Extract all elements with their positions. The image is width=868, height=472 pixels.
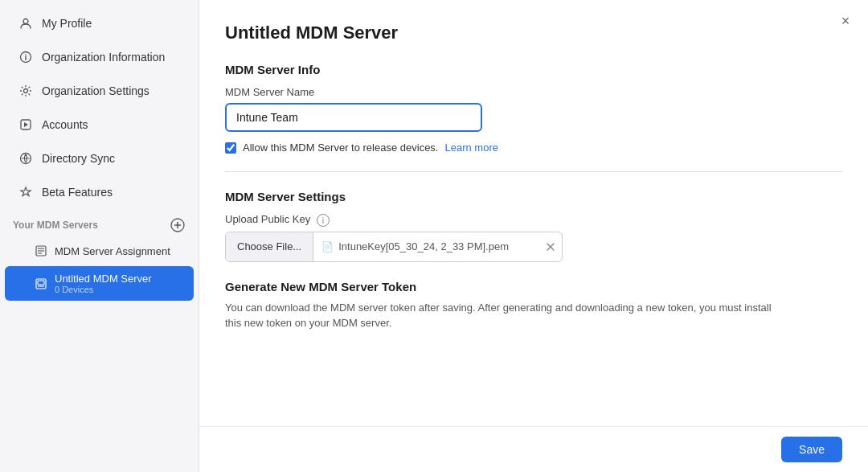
info-icon-upload[interactable]: i xyxy=(317,214,330,227)
file-name-text: IntuneKey[05_30_24, 2_33 PM].pem xyxy=(338,240,509,252)
sidebar-item-org-settings[interactable]: Organization Settings xyxy=(5,75,194,107)
sidebar-item-beta[interactable]: Beta Features xyxy=(5,176,194,208)
file-doc-icon: 📄 xyxy=(321,241,334,252)
sidebar: My Profile Organization Information Orga… xyxy=(0,0,199,472)
sidebar-item-mdm-assignment[interactable]: MDM Server Assignment xyxy=(5,237,194,265)
untitled-mdm-label-wrap: Untitled MDM Server 0 Devices xyxy=(55,273,152,294)
settings-icon xyxy=(18,83,34,99)
mdm-section-header: Your MDM Servers xyxy=(0,209,199,236)
sidebar-item-untitled-mdm[interactable]: Untitled MDM Server 0 Devices xyxy=(5,266,194,301)
allow-release-checkbox[interactable] xyxy=(225,142,236,154)
section-divider xyxy=(225,171,842,172)
sidebar-item-org-info[interactable]: Organization Information xyxy=(5,41,194,73)
svg-rect-16 xyxy=(38,281,44,285)
svg-marker-6 xyxy=(24,122,28,127)
save-button[interactable]: Save xyxy=(781,437,842,462)
mdm-name-input[interactable] xyxy=(225,103,482,132)
generate-title: Generate New MDM Server Token xyxy=(225,280,842,293)
accounts-icon xyxy=(18,117,34,133)
content-body: Untitled MDM Server MDM Server Info MDM … xyxy=(199,0,868,426)
file-clear-button[interactable] xyxy=(539,232,562,261)
svg-point-4 xyxy=(24,89,28,93)
sidebar-item-label: Organization Settings xyxy=(42,84,149,97)
close-icon: × xyxy=(841,13,850,30)
sidebar-item-label: Accounts xyxy=(42,118,88,131)
file-upload-row: Choose File... 📄 IntuneKey[05_30_24, 2_3… xyxy=(225,232,563,262)
mdm-settings-title: MDM Server Settings xyxy=(225,190,842,203)
page-title: Untitled MDM Server xyxy=(225,23,842,43)
sidebar-item-directory-sync[interactable]: Directory Sync xyxy=(5,142,194,174)
sidebar-item-label: My Profile xyxy=(42,17,92,30)
sidebar-item-label: Beta Features xyxy=(42,186,113,199)
sidebar-item-label: Organization Information xyxy=(42,51,165,64)
mdm-assignment-label: MDM Server Assignment xyxy=(55,245,170,257)
learn-more-link[interactable]: Learn more xyxy=(444,142,497,154)
info-icon xyxy=(18,49,34,65)
close-button[interactable]: × xyxy=(836,11,855,31)
mdm-info-section: MDM Server Info MDM Server Name Allow th… xyxy=(225,63,842,154)
profile-icon xyxy=(18,15,34,31)
mdm-settings-section: MDM Server Settings Upload Public Key i … xyxy=(225,190,842,331)
directory-icon xyxy=(18,150,34,166)
generate-desc: You can download the MDM server token af… xyxy=(225,300,788,331)
beta-icon xyxy=(18,184,34,200)
mdm-section-title: Your MDM Servers xyxy=(13,220,98,231)
sidebar-item-accounts[interactable]: Accounts xyxy=(5,109,194,141)
mdm-assignment-icon xyxy=(34,244,48,258)
untitled-mdm-icon xyxy=(34,277,48,291)
add-mdm-button[interactable] xyxy=(170,217,186,233)
main-panel: × Untitled MDM Server MDM Server Info MD… xyxy=(199,0,868,472)
svg-point-0 xyxy=(23,19,28,24)
upload-key-label: Upload Public Key i xyxy=(225,213,842,227)
allow-release-label: Allow this MDM Server to release devices… xyxy=(243,142,438,154)
generate-token-section: Generate New MDM Server Token You can do… xyxy=(225,280,842,331)
name-field-label: MDM Server Name xyxy=(225,86,842,98)
sidebar-item-label: Directory Sync xyxy=(42,152,115,165)
file-name-display: 📄 IntuneKey[05_30_24, 2_33 PM].pem xyxy=(313,240,539,252)
sidebar-item-my-profile[interactable]: My Profile xyxy=(5,7,194,39)
footer-bar: Save xyxy=(199,426,868,472)
untitled-mdm-name: Untitled MDM Server xyxy=(55,273,152,285)
choose-file-button[interactable]: Choose File... xyxy=(226,232,313,261)
untitled-mdm-count: 0 Devices xyxy=(55,285,152,294)
allow-release-row: Allow this MDM Server to release devices… xyxy=(225,142,842,154)
svg-point-3 xyxy=(25,54,27,55)
mdm-info-title: MDM Server Info xyxy=(225,63,842,76)
